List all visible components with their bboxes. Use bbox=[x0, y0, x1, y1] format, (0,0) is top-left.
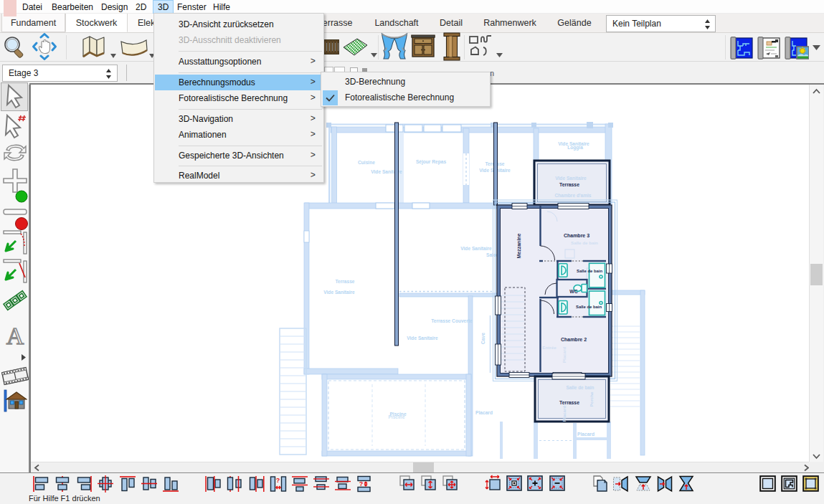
svg-text:Séjour Repas: Séjour Repas bbox=[416, 159, 446, 165]
svg-text:Vide Sanitaire: Vide Sanitaire bbox=[460, 246, 492, 251]
svg-text:Entrée: Entrée bbox=[542, 345, 557, 350]
svg-text:Porche: Porche bbox=[589, 391, 594, 407]
svg-text:WC: WC bbox=[569, 289, 577, 294]
svg-text:Piscine: Piscine bbox=[388, 414, 404, 419]
svg-text:Terrasse: Terrasse bbox=[559, 182, 579, 187]
svg-text:Salle de bain: Salle de bain bbox=[566, 385, 594, 390]
svg-text:Salle de bain: Salle de bain bbox=[576, 305, 602, 309]
svg-text:?: ? bbox=[276, 477, 280, 484]
svg-text:Placard: Placard bbox=[562, 406, 567, 422]
svg-text:Cave: Cave bbox=[480, 333, 486, 344]
svg-text:Chambre d'amis: Chambre d'amis bbox=[554, 193, 591, 198]
svg-text:Vide Sanitaire: Vide Sanitaire bbox=[407, 336, 438, 341]
svg-text:Chambre 2: Chambre 2 bbox=[561, 337, 587, 342]
svg-text:Terrasse: Terrasse bbox=[335, 279, 354, 284]
svg-text:Mezzanine: Mezzanine bbox=[516, 233, 521, 258]
svg-text:Chambre 3: Chambre 3 bbox=[564, 233, 589, 238]
svg-text:Vide Sanitaire: Vide Sanitaire bbox=[555, 176, 587, 181]
svg-text:Cuisine: Cuisine bbox=[358, 160, 375, 165]
svg-text:?: ? bbox=[359, 480, 364, 488]
svg-text:Vide Sanitaire: Vide Sanitaire bbox=[323, 290, 355, 295]
svg-text:Salle de bain: Salle de bain bbox=[571, 240, 598, 245]
svg-text:Placard: Placard bbox=[562, 347, 567, 363]
svg-text:A: A bbox=[6, 324, 24, 348]
svg-text:Placard: Placard bbox=[577, 432, 595, 437]
svg-text:Terrasse: Terrasse bbox=[559, 400, 579, 405]
svg-text:Terrasse Couverte: Terrasse Couverte bbox=[431, 318, 473, 323]
svg-text:Placard: Placard bbox=[475, 410, 493, 415]
svg-text:Salle de bain: Salle de bain bbox=[577, 269, 602, 273]
svg-text:Loggia: Loggia bbox=[567, 145, 583, 151]
